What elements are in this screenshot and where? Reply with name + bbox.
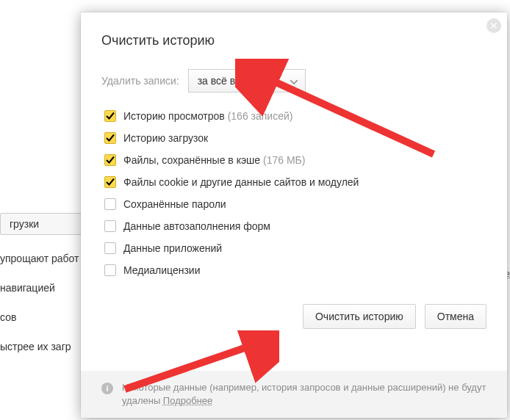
checkbox-icon[interactable] <box>104 220 116 232</box>
option-row[interactable]: Медиалицензии <box>104 264 486 276</box>
options-list: Историю просмотров (166 записей)Историю … <box>104 110 486 276</box>
checkbox-icon[interactable] <box>104 242 116 254</box>
time-range-row: Удалить записи: за всё время <box>101 69 486 93</box>
option-label: Историю просмотров (166 записей) <box>123 110 292 122</box>
option-row[interactable]: Историю загрузок <box>104 132 486 144</box>
option-row[interactable]: Файлы, сохранённые в кэше (176 МБ) <box>104 154 486 166</box>
option-row[interactable]: Данные автозаполнения форм <box>104 220 486 232</box>
checkbox-icon[interactable] <box>104 198 116 210</box>
option-row[interactable]: Сохранённые пароли <box>104 198 486 210</box>
checkbox-icon[interactable] <box>104 154 116 166</box>
option-row[interactable]: Историю просмотров (166 записей) <box>104 110 486 122</box>
info-icon: i <box>101 383 113 394</box>
dialog-title: Очистить историю <box>101 33 486 48</box>
option-label: Файлы, сохранённые в кэше (176 МБ) <box>123 154 305 166</box>
cancel-button[interactable]: Отмена <box>425 304 486 329</box>
option-label: Файлы cookie и другие данные сайтов и мо… <box>123 176 359 188</box>
option-extra: (176 МБ) <box>260 154 305 166</box>
dialog-actions: Очистить историю Отмена <box>81 288 507 345</box>
option-label: Историю загрузок <box>123 132 208 144</box>
option-row[interactable]: Данные приложений <box>104 242 486 254</box>
checkbox-icon[interactable] <box>104 110 116 122</box>
option-label: Данные автозаполнения форм <box>123 220 270 232</box>
checkbox-icon[interactable] <box>104 132 116 144</box>
clear-history-dialog: ✕ Очистить историю Удалить записи: за вс… <box>81 12 507 418</box>
dialog-body: Очистить историю Удалить записи: за всё … <box>81 12 507 288</box>
option-label: Данные приложений <box>123 242 222 254</box>
time-range-label: Удалить записи: <box>101 75 179 87</box>
dialog-footer: i Некоторые данные (например, история за… <box>81 371 507 418</box>
option-label: Сохранённые пароли <box>123 198 226 210</box>
close-icon[interactable]: ✕ <box>486 18 501 33</box>
time-range-value: за всё время <box>198 75 259 87</box>
checkbox-icon[interactable] <box>104 176 116 188</box>
clear-history-button[interactable]: Очистить историю <box>303 304 416 329</box>
option-row[interactable]: Файлы cookie и другие данные сайтов и мо… <box>104 176 486 188</box>
time-range-select[interactable]: за всё время <box>188 69 306 93</box>
chevron-down-icon <box>290 75 298 87</box>
option-extra: (166 записей) <box>225 110 293 122</box>
footer-text: Некоторые данные (например, история запр… <box>122 381 486 408</box>
option-label: Медиалицензии <box>123 264 201 276</box>
checkbox-icon[interactable] <box>104 264 116 276</box>
learn-more-link[interactable]: Подробнее <box>163 395 212 406</box>
